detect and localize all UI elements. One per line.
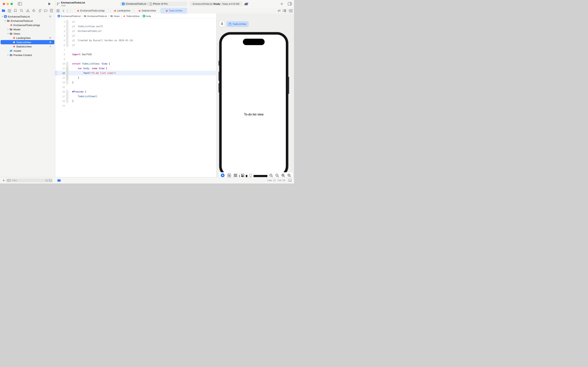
preview-target-button[interactable]: TodoListView xyxy=(226,21,249,27)
tree-row-enchancedtodolist-group[interactable]: EnchancedTodoList xyxy=(0,19,55,23)
code-line[interactable]: 15 xyxy=(55,85,216,89)
code-line[interactable]: 17 TodoListView() xyxy=(55,94,216,99)
device-settings-icon xyxy=(241,174,244,177)
code-line[interactable]: 5// Created by Russell Gordon on 2024-01… xyxy=(55,38,216,43)
code-line[interactable]: 10struct TodoListView: View { xyxy=(55,61,216,66)
swift-file-icon xyxy=(123,15,125,17)
tree-row-enchancedtodolist-project[interactable]: A EnchancedTodoList M xyxy=(0,14,55,19)
source-control-navigator-icon[interactable] xyxy=(8,9,11,12)
close-icon[interactable] xyxy=(3,3,5,5)
tab-landingview[interactable]: LandingView xyxy=(110,8,134,14)
zoom-fit-icon[interactable] xyxy=(281,174,285,177)
breadcrumb-item-file[interactable]: TodoListView xyxy=(123,15,139,17)
breadcrumb-item-views[interactable]: Views xyxy=(110,15,120,17)
chevron-right-icon[interactable] xyxy=(7,29,9,30)
reports-navigator-icon[interactable] xyxy=(50,9,53,12)
tab-enchancedtodolistapp[interactable]: EnchancedTodoListApp xyxy=(71,8,110,14)
minimize-icon[interactable] xyxy=(7,3,9,5)
code-line[interactable]: 14} xyxy=(55,80,216,85)
find-navigator-icon[interactable] xyxy=(20,9,23,12)
property-icon: P xyxy=(143,15,145,17)
inspector-toggle-icon[interactable] xyxy=(288,2,292,5)
minimap-options-icon[interactable] xyxy=(282,9,286,12)
code-line[interactable]: 2// TodoListView.swift xyxy=(55,24,216,29)
scheme-selector[interactable]: A EnchancedTodoList iPhone 15 Pro xyxy=(120,1,187,6)
code-line[interactable]: 19 xyxy=(55,103,216,108)
filter-icon[interactable] xyxy=(7,179,11,182)
code-line[interactable]: 18} xyxy=(55,99,216,103)
code-line[interactable]: 9 xyxy=(55,57,216,61)
tab-statisticsview[interactable]: StatisticsView xyxy=(134,8,160,14)
code-line-current[interactable]: 12 Text("To-do list view") xyxy=(55,71,216,75)
tab-label: StatisticsView xyxy=(142,9,156,12)
tree-row-statisticsview[interactable]: StatisticsView A xyxy=(0,44,55,49)
preview-target-label: TodoListView xyxy=(233,23,246,25)
breadcrumb-item-project[interactable]: A EnchancedTodoList xyxy=(58,15,81,17)
cursor-position: Line: 12 Col: 18 xyxy=(267,179,285,182)
editor-bottom-bar-icon[interactable] xyxy=(288,179,292,182)
breakpoints-navigator-icon[interactable] xyxy=(44,9,48,12)
issues-navigator-icon[interactable] xyxy=(26,9,30,12)
debug-navigator-icon[interactable] xyxy=(38,9,42,12)
activity-status[interactable]: EnchancedTodoList: Ready | Today at 9:42… xyxy=(190,1,243,6)
tab-todolistview[interactable]: TodoListView xyxy=(161,8,187,14)
sidebar-toggle-icon[interactable] xyxy=(18,2,22,5)
tree-row-todolistview[interactable]: TodoListView A xyxy=(0,40,54,44)
recent-files-clock-icon[interactable] xyxy=(45,179,48,182)
iphone-screen[interactable]: To-do list view xyxy=(222,35,286,175)
tests-navigator-icon[interactable] xyxy=(32,9,35,12)
code-line[interactable]: 7 xyxy=(55,47,216,52)
breadcrumb-item-group[interactable]: EnchancedTodoList xyxy=(84,15,107,17)
tree-row-views[interactable]: Views xyxy=(0,32,55,36)
tree-label: Preview Content xyxy=(13,54,32,57)
bookmarks-navigator-icon[interactable] xyxy=(14,9,17,12)
tree-label: Model xyxy=(13,28,20,31)
related-items-swap-icon[interactable] xyxy=(277,9,281,12)
scheme-device: iPhone 15 Pro xyxy=(153,2,168,5)
tree-row-preview-content[interactable]: Preview Content xyxy=(0,53,55,57)
zoom-100-icon[interactable]: 1 xyxy=(275,174,279,177)
filter-field[interactable] xyxy=(6,178,53,182)
zoom-icon[interactable] xyxy=(10,3,13,5)
code-line[interactable]: 11 var body: some View { xyxy=(55,66,216,71)
forward-icon[interactable] xyxy=(67,9,68,12)
fold-ribbon[interactable] xyxy=(66,20,68,47)
tree-row-landingview[interactable]: LandingView M xyxy=(0,36,55,40)
code-line[interactable]: 1// xyxy=(55,19,216,24)
add-editor-tab-icon[interactable] xyxy=(280,2,283,5)
chevron-right-icon[interactable] xyxy=(7,54,9,56)
split-editor-icon[interactable] xyxy=(289,9,293,12)
tree-row-enchancedtodolistapp[interactable]: EnchancedTodoListApp xyxy=(0,23,55,27)
editor-grid-icon[interactable] xyxy=(57,9,59,12)
chevron-down-icon[interactable] xyxy=(1,16,3,17)
chevron-down-icon[interactable] xyxy=(4,20,6,21)
breadcrumb-item-body[interactable]: P body xyxy=(143,15,151,17)
code-line[interactable]: 6// xyxy=(55,43,216,47)
zoom-in-icon[interactable] xyxy=(287,174,291,177)
tree-row-model[interactable]: Model xyxy=(0,27,55,32)
code-line[interactable]: 8import SwiftUI xyxy=(55,52,216,57)
tree-row-assets[interactable]: Assets xyxy=(0,49,55,53)
run-button[interactable] xyxy=(48,2,51,5)
breakpoint-tag-icon[interactable] xyxy=(57,179,61,182)
variants-mode-icon[interactable] xyxy=(234,174,237,177)
fold-ribbon[interactable] xyxy=(66,90,68,103)
code-editor[interactable]: 1// 2// TodoListView.swift 3// Enchanced… xyxy=(55,19,216,177)
back-icon[interactable] xyxy=(63,9,64,12)
chevron-down-icon[interactable] xyxy=(7,33,9,34)
fold-ribbon[interactable] xyxy=(66,67,68,80)
code-line[interactable]: 4// xyxy=(55,33,216,38)
live-preview-play-icon[interactable] xyxy=(220,173,225,177)
project-navigator-icon[interactable] xyxy=(2,9,5,12)
plus-minus-filter-icon[interactable] xyxy=(49,179,52,182)
code-line[interactable]: 16#Preview { xyxy=(55,89,216,94)
status-badge: M xyxy=(49,15,51,18)
pin-preview-button[interactable] xyxy=(219,21,225,27)
zoom-out-icon[interactable] xyxy=(269,174,273,177)
add-file-icon[interactable] xyxy=(2,179,5,182)
code-line[interactable]: 3// EnchancedTodoList xyxy=(55,29,216,33)
tab-label: TodoListView xyxy=(169,9,183,12)
filter-input[interactable] xyxy=(12,179,44,182)
selectable-mode-icon[interactable] xyxy=(227,174,231,177)
code-line[interactable]: 13 } xyxy=(55,75,216,80)
